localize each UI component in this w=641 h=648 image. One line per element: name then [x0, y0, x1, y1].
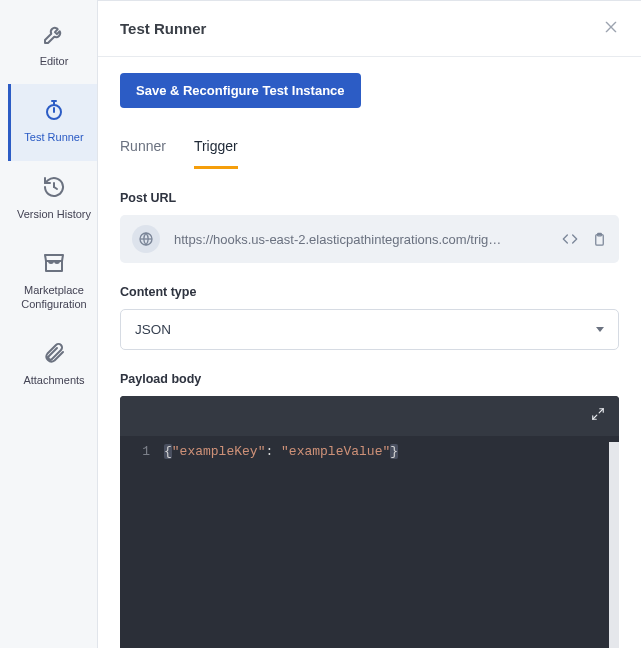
clipboard-icon[interactable] — [592, 231, 607, 247]
panel-header: Test Runner — [98, 1, 641, 57]
tabs: Runner Trigger — [120, 128, 619, 169]
sidebar-item-test-runner[interactable]: Test Runner — [8, 84, 97, 160]
editor-toolbar — [120, 396, 619, 436]
post-url-value: https://hooks.us-east-2.elasticpathinteg… — [174, 232, 548, 247]
sidebar-item-label: Attachments — [23, 373, 84, 387]
wrench-icon — [40, 20, 68, 48]
history-icon — [40, 173, 68, 201]
sidebar-item-label: Editor — [40, 54, 69, 68]
content-type-label: Content type — [120, 285, 619, 299]
sidebar-item-label: Test Runner — [24, 130, 83, 144]
sidebar: Editor Test Runner Version History Marke… — [8, 0, 98, 648]
main-panel: Test Runner Save & Reconfigure Test Inst… — [98, 0, 641, 648]
panel-content: Save & Reconfigure Test Instance Runner … — [98, 57, 641, 648]
svg-line-5 — [54, 187, 57, 189]
line-gutter: 1 — [120, 442, 164, 648]
post-url-field: https://hooks.us-east-2.elasticpathinteg… — [120, 215, 619, 263]
sidebar-item-version-history[interactable]: Version History — [8, 161, 97, 237]
code-area[interactable]: 1 {"exampleKey": "exampleValue"} — [120, 436, 619, 648]
panel-title: Test Runner — [120, 20, 206, 37]
sidebar-item-label: Marketplace Configuration — [15, 283, 93, 312]
code-line: {"exampleKey": "exampleValue"} — [164, 442, 398, 648]
sidebar-item-attachments[interactable]: Attachments — [8, 327, 97, 403]
post-url-label: Post URL — [120, 191, 619, 205]
sidebar-item-marketplace-config[interactable]: Marketplace Configuration — [8, 237, 97, 328]
content-type-value: JSON — [135, 322, 171, 337]
paperclip-icon — [40, 339, 68, 367]
sidebar-item-editor[interactable]: Editor — [8, 8, 97, 84]
tab-runner[interactable]: Runner — [120, 128, 166, 169]
sidebar-item-label: Version History — [17, 207, 91, 221]
globe-icon — [132, 225, 160, 253]
chevron-down-icon — [596, 327, 604, 332]
code-icon[interactable] — [562, 231, 578, 247]
storefront-icon — [40, 249, 68, 277]
tab-trigger[interactable]: Trigger — [194, 128, 238, 169]
expand-icon[interactable] — [591, 407, 605, 425]
save-reconfigure-button[interactable]: Save & Reconfigure Test Instance — [120, 73, 361, 108]
payload-editor[interactable]: 1 {"exampleKey": "exampleValue"} — [120, 396, 619, 648]
payload-body-label: Payload body — [120, 372, 619, 386]
stopwatch-icon — [40, 96, 68, 124]
content-type-select[interactable]: JSON — [120, 309, 619, 350]
svg-line-12 — [599, 409, 603, 413]
svg-line-13 — [593, 415, 597, 419]
close-button[interactable] — [603, 19, 619, 38]
scrollbar-edge — [609, 442, 619, 648]
